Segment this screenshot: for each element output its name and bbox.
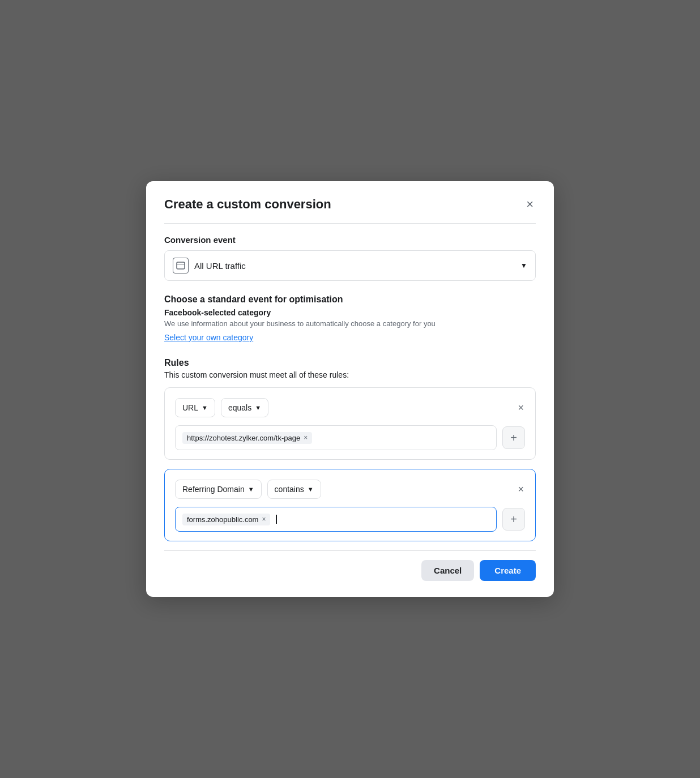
rule-2-type-dropdown[interactable]: Referring Domain ▼	[175, 480, 262, 499]
rule-2-value-input[interactable]: forms.zohopublic.com ×	[175, 507, 497, 532]
conversion-event-value: All URL traffic	[194, 261, 515, 271]
category-desc: We use information about your business t…	[164, 319, 536, 328]
rule-1-condition-arrow: ▼	[255, 404, 261, 411]
rule-2-row: Referring Domain ▼ contains ▼ ×	[175, 480, 525, 499]
rule-1-tag-text: https://zohotest.zylker.com/tk-page	[187, 434, 300, 442]
rule-2-condition-arrow: ▼	[308, 486, 314, 493]
optimisation-heading: Choose a standard event for optimisation	[164, 294, 536, 305]
conversion-event-label: Conversion event	[164, 235, 536, 245]
category-label: Facebook-selected category	[164, 308, 536, 317]
modal-overlay: Create a custom conversion × Conversion …	[0, 0, 700, 778]
rule-1-box: URL ▼ equals ▼ × https://zohotest.zylker…	[164, 387, 536, 460]
rule-1-value-input[interactable]: https://zohotest.zylker.com/tk-page ×	[175, 425, 497, 450]
rule-2-type-arrow: ▼	[248, 486, 254, 493]
rule-1-type-arrow: ▼	[202, 404, 208, 411]
create-button[interactable]: Create	[480, 560, 536, 581]
rule-1-condition-label: equals	[228, 403, 251, 412]
browser-icon	[173, 258, 189, 273]
modal-dialog: Create a custom conversion × Conversion …	[146, 181, 554, 597]
rule-2-box: Referring Domain ▼ contains ▼ × forms.zo…	[164, 469, 536, 541]
rules-description: This custom conversion must meet all of …	[164, 370, 536, 379]
rule-2-condition-dropdown[interactable]: contains ▼	[267, 480, 321, 499]
modal-footer: Cancel Create	[164, 550, 536, 581]
modal-header: Create a custom conversion ×	[164, 197, 536, 212]
rule-1-add-button[interactable]: +	[502, 426, 525, 449]
rule-1-value-row: https://zohotest.zylker.com/tk-page × +	[175, 425, 525, 450]
rule-1-type-label: URL	[182, 403, 198, 412]
rule-1-row: URL ▼ equals ▼ ×	[175, 398, 525, 417]
rule-2-type-label: Referring Domain	[182, 485, 245, 494]
modal-title: Create a custom conversion	[164, 197, 331, 212]
conversion-event-dropdown[interactable]: All URL traffic ▼	[164, 250, 536, 281]
rule-2-tag-text: forms.zohopublic.com	[187, 515, 258, 524]
top-divider	[164, 223, 536, 224]
close-button[interactable]: ×	[524, 197, 536, 212]
rule-1-tag-close[interactable]: ×	[304, 434, 308, 441]
rules-heading: Rules	[164, 358, 536, 368]
rule-2-value-row: forms.zohopublic.com × +	[175, 507, 525, 532]
rule-1-type-dropdown[interactable]: URL ▼	[175, 398, 215, 417]
text-cursor	[276, 515, 277, 524]
select-own-category-link[interactable]: Select your own category	[164, 333, 253, 342]
rule-2-condition-label: contains	[275, 485, 304, 494]
rule-1-close-button[interactable]: ×	[517, 401, 525, 415]
rule-2-tag: forms.zohopublic.com ×	[182, 514, 270, 525]
rule-2-tag-close[interactable]: ×	[262, 516, 266, 523]
svg-rect-0	[177, 262, 185, 269]
rule-1-condition-dropdown[interactable]: equals ▼	[221, 398, 268, 417]
rule-1-tag: https://zohotest.zylker.com/tk-page ×	[182, 432, 312, 444]
cancel-button[interactable]: Cancel	[421, 560, 474, 581]
conversion-event-arrow: ▼	[520, 262, 527, 270]
rule-2-close-button[interactable]: ×	[517, 482, 525, 497]
rule-2-add-button[interactable]: +	[502, 508, 525, 531]
